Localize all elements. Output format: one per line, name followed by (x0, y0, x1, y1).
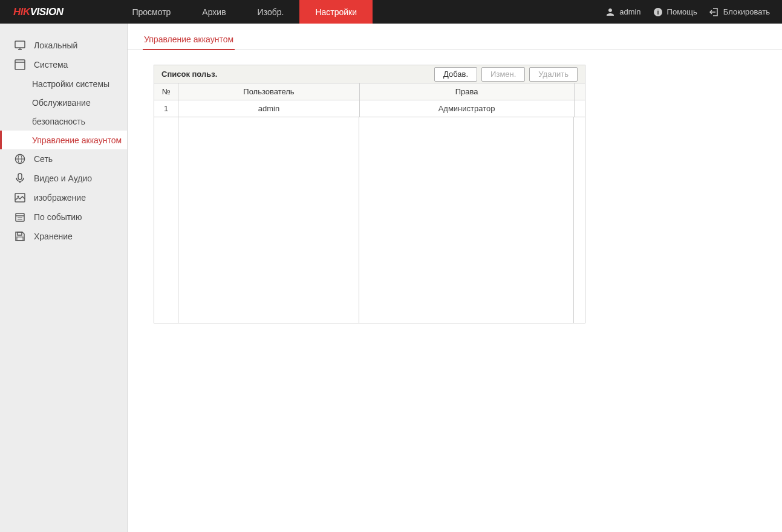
sidebar-item-storage[interactable]: Хранение (0, 227, 127, 246)
content-tab-label: Управление аккаунтом (144, 34, 233, 44)
sidebar-item-local[interactable]: Локальный (0, 36, 127, 55)
nav-tab-archive[interactable]: Архив (186, 0, 241, 24)
svg-rect-3 (15, 60, 25, 70)
sidebar-sub-label: безопасность (32, 117, 85, 126)
add-button[interactable]: Добав. (434, 67, 477, 82)
image-icon (15, 192, 25, 203)
td-user: admin (178, 100, 359, 117)
table-row[interactable]: 1 admin Администратор (154, 100, 585, 117)
nav-tab-label: Архив (202, 7, 226, 17)
user-panel: Список польз. Добав. Измен. Удалить № По… (154, 65, 585, 323)
sidebar: Локальный Система Настройки системы Обсл… (0, 24, 128, 532)
system-icon (15, 59, 25, 70)
sidebar-sub-maintenance[interactable]: Обслуживание (0, 93, 127, 112)
sidebar-item-label: Система (34, 60, 68, 70)
panel-title: Список польз. (161, 70, 217, 79)
logout-icon (709, 7, 719, 17)
header: HIKVISION Просмотр Архив Изобр. Настройк… (0, 0, 782, 24)
sidebar-item-video-audio[interactable]: Видео и Аудио (0, 169, 127, 188)
sidebar-sub-security[interactable]: безопасность (0, 112, 127, 131)
sidebar-sub-label: Настройки системы (32, 79, 109, 89)
header-user-label: admin (619, 7, 640, 16)
sidebar-sub-label: Обслуживание (32, 98, 91, 108)
panel-buttons: Добав. Измен. Удалить (434, 67, 578, 82)
sidebar-item-label: Хранение (34, 232, 73, 241)
main-content: Управление аккаунтом Список польз. Добав… (128, 24, 782, 532)
mic-icon (15, 173, 25, 184)
sidebar-item-event[interactable]: По событию (0, 207, 127, 227)
delete-button[interactable]: Удалить (529, 67, 578, 82)
sidebar-item-image[interactable]: изображение (0, 188, 127, 207)
header-right: admin i Помощь Блокировать (605, 7, 782, 17)
sidebar-item-label: По событию (34, 212, 82, 222)
monitor-icon (15, 40, 25, 51)
svg-rect-8 (18, 174, 22, 180)
sidebar-item-label: Сеть (34, 154, 53, 164)
sidebar-sub-account[interactable]: Управление аккаунтом (0, 131, 127, 149)
sidebar-item-label: Локальный (34, 41, 77, 50)
th-blank (574, 83, 585, 100)
body-area: Локальный Система Настройки системы Обсл… (0, 24, 782, 532)
info-icon: i (653, 7, 663, 17)
sidebar-sub-system-settings[interactable]: Настройки системы (0, 74, 127, 93)
svg-rect-17 (17, 237, 23, 241)
event-icon (15, 212, 25, 222)
header-logout-label: Блокировать (723, 7, 770, 16)
empty-col (178, 117, 359, 323)
logo-vision: VISION (30, 6, 64, 18)
table-empty-area (154, 117, 585, 323)
nav-tab-settings[interactable]: Настройки (299, 0, 373, 24)
logo: HIKVISION (0, 6, 75, 18)
nav-tab-preview[interactable]: Просмотр (116, 0, 186, 24)
nav-tabs: Просмотр Архив Изобр. Настройки (116, 0, 373, 24)
sidebar-item-label: изображение (34, 193, 86, 203)
empty-col (359, 117, 574, 323)
svg-rect-2 (15, 41, 25, 48)
content-tabs: Управление аккаунтом (128, 30, 782, 50)
content-body: Список польз. Добав. Измен. Удалить № По… (128, 50, 782, 323)
nav-tab-label: Настройки (315, 7, 357, 17)
header-logout[interactable]: Блокировать (709, 7, 770, 17)
content-tab-account[interactable]: Управление аккаунтом (143, 30, 235, 50)
sidebar-item-label: Видео и Аудио (34, 174, 92, 183)
svg-text:i: i (657, 8, 659, 16)
header-help-label: Помощь (667, 7, 697, 16)
nav-tab-label: Просмотр (132, 7, 171, 17)
edit-button[interactable]: Измен. (481, 67, 525, 82)
sidebar-item-system[interactable]: Система (0, 55, 127, 74)
svg-point-11 (18, 196, 19, 198)
empty-col (574, 117, 585, 323)
svg-rect-16 (18, 232, 22, 235)
globe-icon (15, 154, 25, 164)
th-rights: Права (359, 83, 574, 100)
sidebar-item-network[interactable]: Сеть (0, 149, 127, 169)
th-user: Пользователь (178, 83, 359, 100)
panel-header: Список польз. Добав. Измен. Удалить (154, 65, 585, 83)
nav-tab-label: Изобр. (258, 7, 284, 17)
header-user[interactable]: admin (605, 7, 640, 17)
table-header-row: № Пользователь Права (154, 83, 585, 100)
th-no: № (154, 83, 178, 100)
td-blank (574, 100, 585, 117)
td-rights: Администратор (359, 100, 574, 117)
logo-hik: HIK (13, 6, 30, 18)
header-help[interactable]: i Помощь (653, 7, 697, 17)
td-no: 1 (154, 100, 178, 117)
nav-tab-image[interactable]: Изобр. (242, 0, 300, 24)
user-icon (605, 7, 615, 17)
empty-col (154, 117, 178, 323)
user-table: № Пользователь Права 1 admin Администрат… (154, 83, 585, 117)
sidebar-sub-label: Управление аккаунтом (32, 135, 122, 145)
save-icon (15, 231, 25, 242)
